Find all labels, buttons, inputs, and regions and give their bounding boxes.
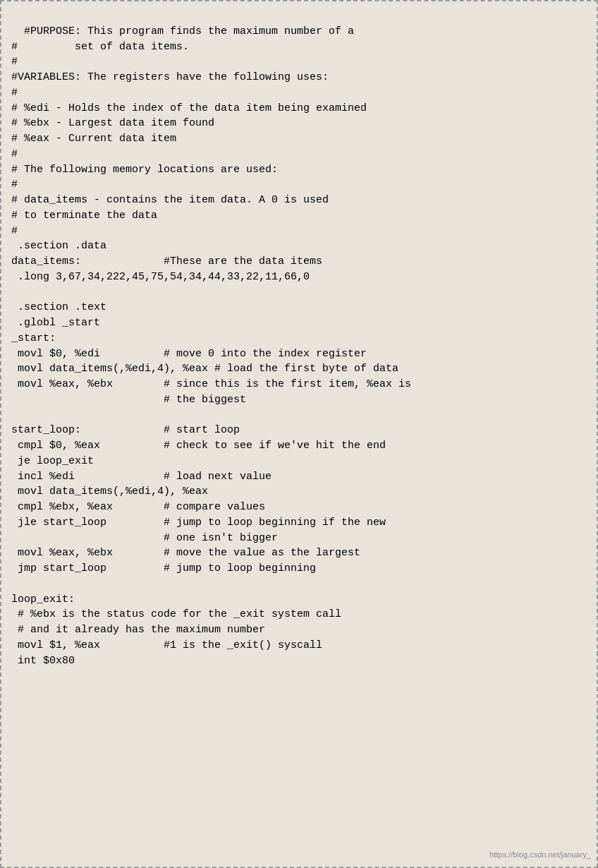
code-display: #PURPOSE: This program finds the maximum… bbox=[0, 0, 598, 868]
code-content: #PURPOSE: This program finds the maximum… bbox=[11, 25, 411, 667]
watermark: https://blog.csdn.net/january_ bbox=[489, 850, 591, 861]
